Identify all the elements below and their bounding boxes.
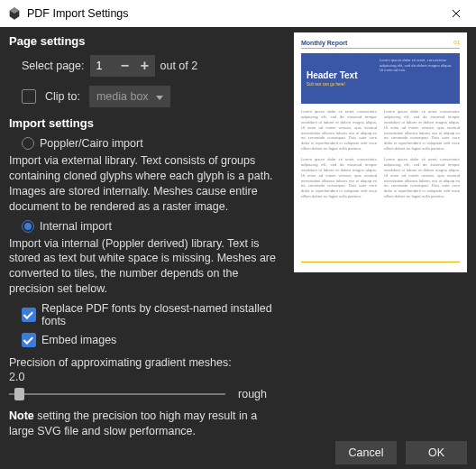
embed-images-checkbox[interactable]	[22, 333, 36, 347]
slider-track	[9, 393, 225, 395]
slider-thumb[interactable]	[14, 388, 24, 400]
app-icon	[7, 6, 22, 21]
replace-fonts-label: Replace PDF fonts by closest-named insta…	[41, 302, 285, 327]
ok-button[interactable]: OK	[406, 441, 467, 464]
select-page-label: Select page:	[22, 60, 85, 72]
page-increment-button[interactable]: +	[135, 55, 155, 77]
close-button[interactable]	[436, 0, 476, 27]
page-settings-heading: Page settings	[9, 34, 285, 48]
clip-to-checkbox[interactable]	[22, 89, 36, 104]
preview-page-number: 01	[453, 40, 460, 46]
page-number-input-wrap: − +	[90, 55, 155, 77]
clip-to-dropdown[interactable]: media box	[89, 86, 170, 107]
note-text: setting the precision too high may resul…	[9, 409, 257, 437]
preview-subheader: Sub text can go here!	[307, 82, 369, 87]
preview-doc-title: Monthly Report	[301, 40, 347, 46]
preview-hero-text: Lorem ipsum dolor sit amet, consectetur …	[374, 53, 460, 104]
embed-images-label: Embed images	[41, 334, 116, 346]
slider-rough-label: rough	[238, 388, 267, 400]
internal-import-desc: Import via internal (Poppler derived) li…	[9, 236, 285, 298]
poppler-import-label: Poppler/Cairo import	[40, 137, 143, 150]
preview-header: Header Text	[307, 70, 369, 80]
precision-label: Precision of approximating gradient mesh…	[9, 356, 285, 369]
replace-fonts-checkbox[interactable]	[22, 308, 36, 322]
precision-note: Note setting the precision too high may …	[9, 409, 285, 439]
page-number-input[interactable]	[96, 60, 115, 72]
poppler-import-radio[interactable]	[22, 137, 34, 150]
poppler-import-desc: Import via external library. Text consis…	[9, 153, 285, 215]
import-settings-heading: Import settings	[9, 116, 285, 130]
precision-value: 2.0	[9, 371, 285, 383]
internal-import-label: Internal import	[40, 220, 112, 233]
page-decrement-button[interactable]: −	[115, 55, 135, 77]
close-icon	[452, 9, 461, 18]
clip-to-value: media box	[96, 90, 149, 103]
preview-body: Lorem ipsum dolor sit amet, consectetur …	[301, 109, 460, 256]
page-out-of-label: out of 2	[160, 60, 198, 72]
chevron-down-icon	[156, 90, 163, 103]
note-bold: Note	[9, 409, 34, 422]
clip-to-label: Clip to:	[45, 90, 80, 103]
precision-slider[interactable]	[9, 385, 225, 403]
cancel-button[interactable]: Cancel	[335, 441, 397, 464]
window-title: PDF Import Settings	[27, 7, 129, 20]
page-preview: Monthly Report 01 Header Text Sub text c…	[294, 32, 467, 272]
dialog-footer: Cancel OK	[0, 437, 476, 469]
preview-bottom-rule	[301, 262, 460, 265]
title-bar: PDF Import Settings	[0, 0, 476, 27]
internal-import-radio[interactable]	[22, 220, 34, 233]
